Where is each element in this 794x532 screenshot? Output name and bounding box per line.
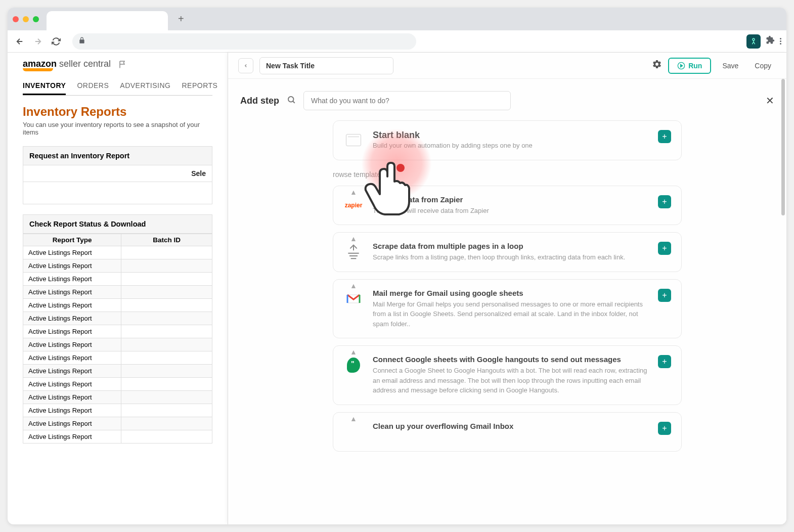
maximize-window-icon[interactable] [33,16,39,22]
panel-back-button[interactable] [238,58,253,73]
hangouts-icon: ▲ [343,355,364,375]
cell-report-type: Active Listings Report [23,259,121,273]
cell-report-type: Active Listings Report [23,378,121,391]
nav-inventory[interactable]: INVENTORY [23,77,66,95]
cell-report-type: Active Listings Report [23,351,121,365]
template-card[interactable]: ▲Clean up your overflowing Gmail Inbox+ [333,412,682,452]
cell-batch-id [121,391,212,404]
select-row: Sele [23,165,212,182]
table-row: Active Listings Report [23,325,212,338]
template-title: Mail merge for Gmail using google sheets [373,289,649,297]
table-row: Active Listings Report [23,430,212,444]
cell-batch-id [121,351,212,365]
blank-icon [343,130,364,150]
template-title: Receive data from Zapier [373,195,649,204]
add-button[interactable]: + [658,355,671,368]
table-row: Active Listings Report [23,404,212,417]
extensions-menu-icon[interactable] [766,35,775,47]
cell-batch-id [121,338,212,351]
new-tab-button[interactable]: + [178,13,184,25]
template-title: Scrape data from multiple pages in a loo… [373,242,649,250]
template-card[interactable]: ▲zapierReceive data from ZapierThis reci… [333,186,682,226]
cell-report-type: Active Listings Report [23,430,121,444]
cell-batch-id [121,430,212,444]
close-window-icon[interactable] [13,16,19,22]
settings-icon[interactable] [652,59,662,72]
table-row: Active Listings Report [23,312,212,325]
template-title: Connect Google sheets with Google hangou… [373,355,649,364]
scrollbar[interactable] [781,79,785,215]
window-controls [13,16,39,22]
extension-icon[interactable] [746,34,761,49]
browser-tab[interactable] [47,11,168,30]
cell-batch-id [121,246,212,259]
add-button[interactable]: + [658,422,671,435]
add-button[interactable]: + [658,195,671,208]
table-row: Active Listings Report [23,417,212,430]
template-desc: This recipe will receive data from Zapie… [373,206,649,216]
template-card[interactable]: ▲Scrape data from multiple pages in a lo… [333,232,682,272]
copy-button[interactable]: Copy [749,59,776,73]
reload-button[interactable] [49,34,63,49]
address-bar[interactable] [72,33,416,50]
browser-toolbar [8,30,786,53]
add-button[interactable]: + [658,130,671,143]
template-card[interactable]: ▲Mail merge for Gmail using google sheet… [333,279,682,339]
minimize-window-icon[interactable] [23,16,29,22]
zapier-icon: ▲zapier [343,195,364,215]
col-report-type: Report Type [23,234,121,246]
table-row: Active Listings Report [23,365,212,378]
nav-advertising[interactable]: ADVERTISING [120,77,170,95]
gmail-icon: ▲ [343,289,364,309]
start-blank-card[interactable]: Start blank Build your own automation by… [333,120,682,160]
template-card[interactable]: ▲Connect Google sheets with Google hango… [333,345,682,405]
add-button[interactable]: + [658,289,671,302]
cell-report-type: Active Listings Report [23,404,121,417]
close-icon[interactable]: ✕ [766,95,774,107]
task-title-input[interactable] [259,57,393,74]
cell-batch-id [121,286,212,299]
flag-icon[interactable] [118,60,127,71]
toolbar-right [746,34,781,49]
gmail2-icon: ▲ [343,422,364,442]
panel-body: Add step ✕ [228,79,786,524]
cell-batch-id [121,378,212,391]
search-icon[interactable] [287,95,296,107]
page-subtitle: You can use your inventory reports to se… [23,121,212,136]
template-title: Clean up your overflowing Gmail Inbox [373,422,649,430]
add-step-row: Add step ✕ [240,91,774,110]
status-download-header: Check Report Status & Download [23,214,212,234]
save-button[interactable]: Save [717,59,743,73]
empty-row [23,182,212,204]
cell-report-type: Active Listings Report [23,273,121,286]
table-row: Active Listings Report [23,391,212,404]
request-report-header: Request an Inventory Report [23,146,212,165]
browser-menu-icon[interactable] [780,38,781,45]
template-desc: Scrape links from a listing page, then l… [373,252,649,262]
nav-orders[interactable]: ORDERS [77,77,109,95]
table-row: Active Listings Report [23,338,212,351]
template-desc: Mail Merge for Gmail helps you send pers… [373,299,649,329]
sc-nav: INVENTORY ORDERS ADVERTISING REPORTS PER… [23,77,212,96]
cell-report-type: Active Listings Report [23,417,121,430]
template-desc: Build your own automation by adding step… [373,141,649,151]
run-button[interactable]: Run [668,58,711,74]
cell-report-type: Active Listings Report [23,286,121,299]
table-row: Active Listings Report [23,299,212,312]
content-area: amazon seller central INVENTORY ORDERS A… [8,53,786,524]
cell-batch-id [121,325,212,338]
back-button[interactable] [13,34,27,49]
step-search-input[interactable] [303,91,511,110]
browser-tab-strip: + [8,8,786,30]
svg-point-2 [288,97,294,102]
browse-templates-label: rowse templates [333,170,682,179]
cell-batch-id [121,273,212,286]
nav-reports[interactable]: REPORTS [182,77,217,95]
forward-button[interactable] [31,34,45,49]
cell-batch-id [121,259,212,273]
cell-report-type: Active Listings Report [23,325,121,338]
reports-table: Report Type Batch ID Active Listings Rep… [23,234,212,444]
seller-central-page: amazon seller central INVENTORY ORDERS A… [8,53,228,524]
add-button[interactable]: + [658,242,671,255]
browser-window: + amazo [8,8,786,524]
